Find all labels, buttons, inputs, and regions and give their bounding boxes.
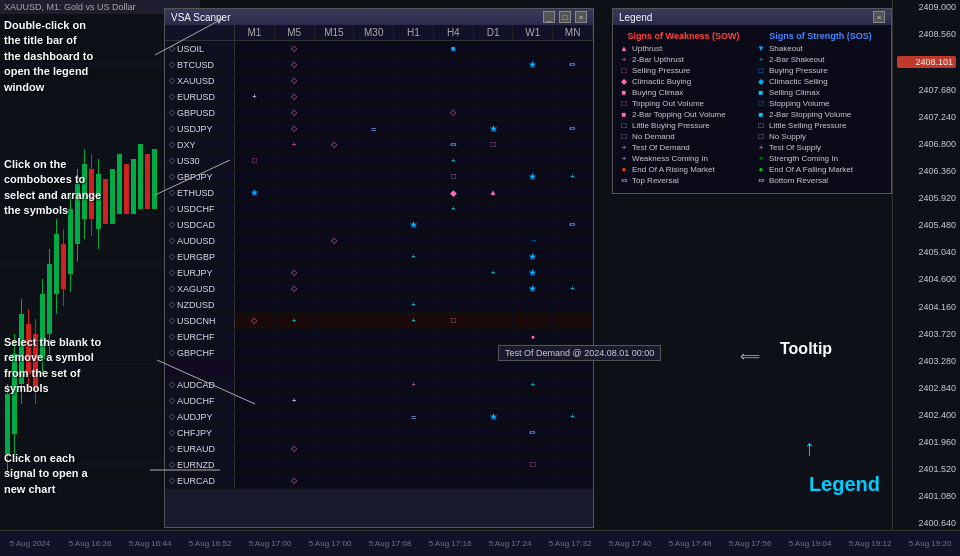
sig-eurnzd-h1[interactable] bbox=[394, 457, 434, 472]
sig-ethusd-h4[interactable]: ◆ bbox=[434, 185, 474, 200]
minimize-button[interactable]: _ bbox=[543, 11, 555, 23]
sig-xauusd-w1[interactable] bbox=[513, 73, 553, 88]
sig-dxy-w1[interactable] bbox=[513, 137, 553, 152]
sig-usdcnh-h1[interactable]: + bbox=[394, 313, 434, 328]
sig-audcad-mn[interactable] bbox=[553, 377, 593, 392]
sig-eurchf-m30[interactable] bbox=[354, 329, 394, 344]
sig-eurjpy-m1[interactable] bbox=[235, 265, 275, 280]
sig-xauusd-mn[interactable] bbox=[553, 73, 593, 88]
sym-name-audcad[interactable]: ◇AUDCAD bbox=[165, 377, 235, 392]
sig-ethusd-m30[interactable] bbox=[354, 185, 394, 200]
sig-ethusd-mn[interactable] bbox=[553, 185, 593, 200]
sig-eurusd-d1[interactable] bbox=[474, 89, 514, 104]
sig-btcusd-m15[interactable] bbox=[315, 57, 355, 72]
sig-eurgbp-mn[interactable] bbox=[553, 249, 593, 264]
sym-name-usdchf[interactable]: ◇USDCHF bbox=[165, 201, 235, 216]
sig-us30-h1[interactable] bbox=[394, 153, 434, 168]
sig-usdcnh-m15[interactable] bbox=[315, 313, 355, 328]
sig-usdjpy-h1[interactable] bbox=[394, 121, 434, 136]
sig-usdcnh-m30[interactable] bbox=[354, 313, 394, 328]
sig-xauusd-d1[interactable] bbox=[474, 73, 514, 88]
sig-xauusd-m15[interactable] bbox=[315, 73, 355, 88]
sig-usdcad-m5[interactable] bbox=[275, 217, 315, 232]
sig-usoil-w1[interactable] bbox=[513, 41, 553, 56]
sig-btcusd-h1[interactable] bbox=[394, 57, 434, 72]
sig-eurgbp-m15[interactable] bbox=[315, 249, 355, 264]
sig-audchf-m5[interactable]: + bbox=[275, 393, 315, 408]
sig-chfjpy-mn[interactable] bbox=[553, 425, 593, 440]
sig-usdjpy-w1[interactable] bbox=[513, 121, 553, 136]
sig-btcusd-d1[interactable] bbox=[474, 57, 514, 72]
sym-name-nzdusd[interactable]: ◇NZDUSD bbox=[165, 297, 235, 312]
sig-audcad-w1[interactable]: + bbox=[513, 377, 553, 392]
sig-xauusd-h4[interactable] bbox=[434, 73, 474, 88]
sig-eurusd-mn[interactable] bbox=[553, 89, 593, 104]
sig-us30-m30[interactable] bbox=[354, 153, 394, 168]
maximize-button[interactable]: □ bbox=[559, 11, 571, 23]
sig-gbpusd-m30[interactable] bbox=[354, 105, 394, 120]
sig-eurjpy-w1[interactable]: ★ bbox=[513, 265, 553, 280]
sig-audusd-m1[interactable] bbox=[235, 233, 275, 248]
sig-audcad-m15[interactable] bbox=[315, 377, 355, 392]
sig-eurgbp-h4[interactable] bbox=[434, 249, 474, 264]
sym-blank-select[interactable] bbox=[165, 361, 235, 376]
sig-chfjpy-m15[interactable] bbox=[315, 425, 355, 440]
sig-usdjpy-m30[interactable]: = bbox=[354, 121, 394, 136]
sig-usdcad-d1[interactable] bbox=[474, 217, 514, 232]
sig-audjpy-d1[interactable]: ★ bbox=[474, 409, 514, 424]
sig-eurnzd-d1[interactable] bbox=[474, 457, 514, 472]
sig-audcad-m5[interactable] bbox=[275, 377, 315, 392]
sig-usdcnh-m5[interactable]: + bbox=[275, 313, 315, 328]
sym-name-euraud[interactable]: ◇EURAUD bbox=[165, 441, 235, 456]
sig-gbpchf-m30[interactable] bbox=[354, 345, 394, 360]
legend-close-button[interactable]: × bbox=[873, 11, 885, 23]
sig-nzdusd-h1[interactable]: + bbox=[394, 297, 434, 312]
sig-eurnzd-m1[interactable] bbox=[235, 457, 275, 472]
sig-xagusd-w1[interactable]: ★ bbox=[513, 281, 553, 296]
sig-euraud-m1[interactable] bbox=[235, 441, 275, 456]
sig-eurcad-h1[interactable] bbox=[394, 473, 434, 488]
sig-gbpusd-m15[interactable] bbox=[315, 105, 355, 120]
sig-euraud-w1[interactable] bbox=[513, 441, 553, 456]
sig-audchf-d1[interactable] bbox=[474, 393, 514, 408]
sig-gbpjpy-m15[interactable] bbox=[315, 169, 355, 184]
sig-audchf-h1[interactable] bbox=[394, 393, 434, 408]
sig-gbpjpy-m1[interactable] bbox=[235, 169, 275, 184]
sig-usdchf-m15[interactable] bbox=[315, 201, 355, 216]
sig-usdcnh-h4[interactable]: □ bbox=[434, 313, 474, 328]
sig-audcad-h1[interactable]: + bbox=[394, 377, 434, 392]
sig-usoil-mn[interactable] bbox=[553, 41, 593, 56]
legend-titlebar[interactable]: Legend × bbox=[613, 9, 891, 25]
sig-eurchf-m1[interactable] bbox=[235, 329, 275, 344]
sig-gbpchf-h4[interactable] bbox=[434, 345, 474, 360]
sig-gbpchf-m1[interactable] bbox=[235, 345, 275, 360]
vsa-titlebar[interactable]: VSA Scanner _ □ × bbox=[165, 9, 593, 25]
sig-eurchf-w1[interactable]: ● bbox=[513, 329, 553, 344]
sig-gbpjpy-d1[interactable] bbox=[474, 169, 514, 184]
sig-usdcad-h1[interactable]: ★ bbox=[394, 217, 434, 232]
sym-name-chfjpy[interactable]: ◇CHFJPY bbox=[165, 425, 235, 440]
sig-chfjpy-w1[interactable]: ⇔ bbox=[513, 425, 553, 440]
sig-usdcnh-m1[interactable]: ◇ bbox=[235, 313, 275, 328]
sig-gbpusd-w1[interactable] bbox=[513, 105, 553, 120]
sig-gbpjpy-h4[interactable]: □ bbox=[434, 169, 474, 184]
sig-audchf-m15[interactable] bbox=[315, 393, 355, 408]
sig-dxy-m1[interactable] bbox=[235, 137, 275, 152]
sig-usdcnh-d1[interactable] bbox=[474, 313, 514, 328]
sig-eurnzd-w1[interactable]: □ bbox=[513, 457, 553, 472]
sig-chfjpy-d1[interactable] bbox=[474, 425, 514, 440]
sig-eurjpy-h4[interactable] bbox=[434, 265, 474, 280]
sym-name-xagusd[interactable]: ◇XAGUSD bbox=[165, 281, 235, 296]
row-blank[interactable] bbox=[165, 361, 593, 377]
sig-nzdusd-m5[interactable] bbox=[275, 297, 315, 312]
sig-audjpy-m15[interactable] bbox=[315, 409, 355, 424]
sig-eurcad-h4[interactable] bbox=[434, 473, 474, 488]
sig-usdcnh-w1[interactable] bbox=[513, 313, 553, 328]
sig-audusd-d1[interactable] bbox=[474, 233, 514, 248]
sig-xagusd-m1[interactable] bbox=[235, 281, 275, 296]
sig-eurjpy-h1[interactable] bbox=[394, 265, 434, 280]
sig-eurjpy-m5[interactable]: ◇ bbox=[275, 265, 315, 280]
sig-usoil-m30[interactable] bbox=[354, 41, 394, 56]
close-button[interactable]: × bbox=[575, 11, 587, 23]
sig-nzdusd-w1[interactable] bbox=[513, 297, 553, 312]
